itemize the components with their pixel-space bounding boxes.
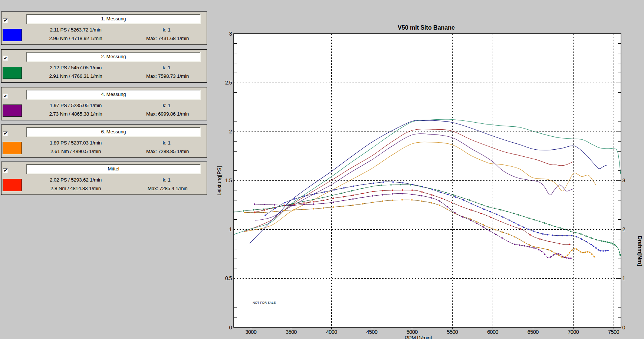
svg-text:3: 3	[229, 31, 232, 37]
svg-text:7500: 7500	[608, 329, 619, 335]
svg-text:6000: 6000	[487, 329, 498, 335]
svg-text:1: 1	[229, 226, 232, 232]
svg-text:0.5: 0.5	[225, 275, 232, 281]
svg-text:0: 0	[229, 325, 232, 330]
svg-text:7000: 7000	[568, 329, 579, 335]
svg-text:4500: 4500	[366, 329, 377, 335]
svg-text:Drehm[Nm]: Drehm[Nm]	[637, 236, 643, 266]
svg-text:6500: 6500	[528, 329, 539, 335]
svg-text:2: 2	[622, 226, 625, 232]
svg-text:1: 1	[622, 275, 625, 281]
svg-text:NOT FOR SALE: NOT FOR SALE	[253, 301, 276, 305]
svg-text:3: 3	[622, 177, 625, 183]
svg-text:V50 mit Sito Banane: V50 mit Sito Banane	[398, 24, 455, 31]
svg-text:4000: 4000	[326, 329, 337, 335]
svg-text:3500: 3500	[286, 329, 297, 335]
svg-text:2.5: 2.5	[225, 80, 232, 86]
svg-text:2: 2	[229, 129, 232, 134]
svg-text:5500: 5500	[447, 329, 458, 335]
svg-text:5000: 5000	[407, 329, 418, 335]
svg-text:0: 0	[622, 325, 625, 330]
svg-text:1.5: 1.5	[225, 177, 232, 183]
svg-text:3000: 3000	[245, 329, 256, 335]
svg-text:RPM [1/min]: RPM [1/min]	[404, 335, 431, 339]
svg-text:Leistung[PS]: Leistung[PS]	[216, 166, 222, 195]
